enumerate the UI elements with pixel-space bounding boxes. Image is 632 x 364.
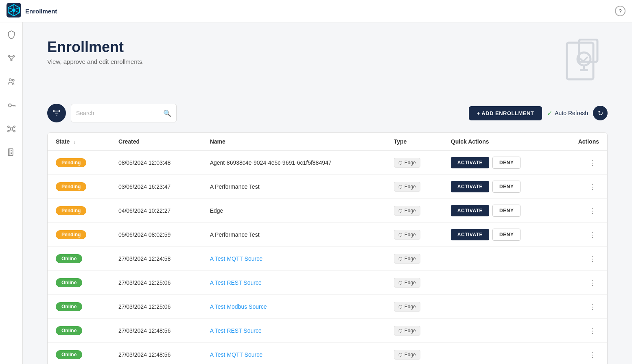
table-header-row: State ↓ Created Name Type Quick Actions … [48,133,607,151]
more-actions-button[interactable]: ⋮ [585,277,599,289]
deny-button[interactable]: DENY [492,205,520,217]
page-header-text: Enrollment View, approve and edit enroll… [47,39,144,65]
search-icon: 🔍 [163,109,171,117]
svg-point-25 [13,131,15,132]
cell-name[interactable]: A Test REST Source [202,319,386,343]
svg-line-14 [11,57,14,59]
cell-actions: ⋮ [558,151,607,175]
sidebar-item-keys[interactable] [5,99,17,111]
cell-name[interactable]: A Test Modbus Source [202,295,386,319]
app-title: Enrollment [25,8,57,15]
type-badge: ⬡Edge [394,158,420,168]
cell-type: ⬡Edge [386,247,443,271]
enrollment-table: State ↓ Created Name Type Quick Actions … [48,133,607,364]
sidebar-item-pipelines[interactable] [5,52,17,64]
page-header: Enrollment View, approve and edit enroll… [47,39,608,89]
col-name: Name [202,133,386,151]
sidebar-item-security[interactable] [5,28,17,41]
auto-refresh-toggle[interactable]: ✓ Auto Refresh [547,109,588,117]
toolbar-right: + ADD ENROLLMENT ✓ Auto Refresh ↻ [469,106,608,120]
activate-button[interactable]: ACTIVATE [451,181,489,192]
more-actions-button[interactable]: ⋮ [585,349,599,361]
name-link[interactable]: A Test Modbus Source [210,303,267,310]
help-icon[interactable]: ? [615,6,625,16]
col-actions: Actions [558,133,607,151]
svg-rect-38 [580,69,588,71]
type-badge: ⬡Edge [394,278,420,288]
cell-name[interactable]: A Test MQTT Source [202,343,386,364]
name-link[interactable]: A Test REST Source [210,279,262,286]
refresh-button[interactable]: ↻ [593,106,608,120]
svg-point-11 [11,59,12,61]
deny-button[interactable]: DENY [492,229,520,241]
cell-state: Online [48,319,110,343]
state-badge: Pending [56,206,86,215]
state-badge: Pending [56,182,86,191]
more-actions-button[interactable]: ⋮ [585,181,599,193]
cell-quick-actions: ACTIVATEDENY [443,223,558,247]
deny-button[interactable]: DENY [492,181,520,193]
cell-name: A Performance Test [202,175,386,199]
cell-type: ⬡Edge [386,271,443,295]
cell-type: ⬡Edge [386,319,443,343]
sidebar-item-docs[interactable] [5,146,17,159]
edge-icon: ⬡ [398,208,402,214]
cell-quick-actions: ACTIVATEDENY [443,199,558,223]
cell-actions: ⋮ [558,199,607,223]
type-badge: ⬡Edge [394,326,420,336]
more-actions-button[interactable]: ⋮ [585,205,599,217]
name-link[interactable]: A Test MQTT Source [210,255,262,262]
svg-line-29 [12,130,13,131]
col-type: Type [386,133,443,151]
cell-quick-actions [443,295,558,319]
state-badge: Online [56,302,82,311]
activate-button[interactable]: ACTIVATE [451,157,489,168]
more-actions-button[interactable]: ⋮ [585,301,599,313]
edge-icon: ⬡ [398,256,402,262]
search-input[interactable] [76,110,163,116]
cell-name[interactable]: A Test REST Source [202,271,386,295]
main-content: Enrollment View, approve and edit enroll… [23,22,632,364]
col-state[interactable]: State ↓ [48,133,110,151]
edge-icon: ⬡ [398,184,402,190]
toolbar: 🔍 + ADD ENROLLMENT ✓ Auto Refresh ↻ [47,104,608,122]
table-row: Pending05/06/2024 08:02:59A Performance … [48,223,607,247]
activate-button[interactable]: ACTIVATE [451,205,489,216]
cell-state: Pending [48,223,110,247]
table-row: Online27/03/2024 12:25:06A Test REST Sou… [48,271,607,295]
cell-actions: ⋮ [558,271,607,295]
filter-button[interactable] [47,104,66,122]
more-actions-button[interactable]: ⋮ [585,325,599,337]
cell-actions: ⋮ [558,295,607,319]
sidebar-item-nodes[interactable] [5,123,17,135]
type-badge: ⬡Edge [394,350,420,360]
cell-name[interactable]: A Test MQTT Source [202,247,386,271]
cell-created: 27/03/2024 12:25:06 [110,295,202,319]
svg-point-9 [8,56,10,57]
deny-button[interactable]: DENY [492,157,520,169]
svg-line-28 [9,130,11,131]
name-link[interactable]: A Test MQTT Source [210,351,262,358]
auto-refresh-check-icon: ✓ [547,109,552,117]
cell-type: ⬡Edge [386,151,443,175]
col-created: Created [110,133,202,151]
more-actions-button[interactable]: ⋮ [585,157,599,169]
name-link[interactable]: A Test REST Source [210,327,262,334]
state-badge: Online [56,350,82,359]
add-enrollment-button[interactable]: + ADD ENROLLMENT [469,106,542,120]
cell-quick-actions: ACTIVATEDENY [443,175,558,199]
cell-name: Agent-86938c4e-9024-4e5c-9691-6c1f5f8849… [202,151,386,175]
edge-icon: ⬡ [398,280,402,286]
sidebar-item-users[interactable] [5,76,17,88]
more-actions-button[interactable]: ⋮ [585,253,599,265]
cell-actions: ⋮ [558,223,607,247]
activate-button[interactable]: ACTIVATE [451,229,489,240]
cell-state: Pending [48,199,110,223]
state-badge: Pending [56,230,86,239]
table-row: Pending03/06/2024 16:23:47A Performance … [48,175,607,199]
page-title: Enrollment [47,39,144,56]
edge-icon: ⬡ [398,232,402,238]
top-bar: Enrollment ? [0,0,632,22]
quick-actions: ACTIVATEDENY [451,229,549,241]
more-actions-button[interactable]: ⋮ [585,229,599,241]
